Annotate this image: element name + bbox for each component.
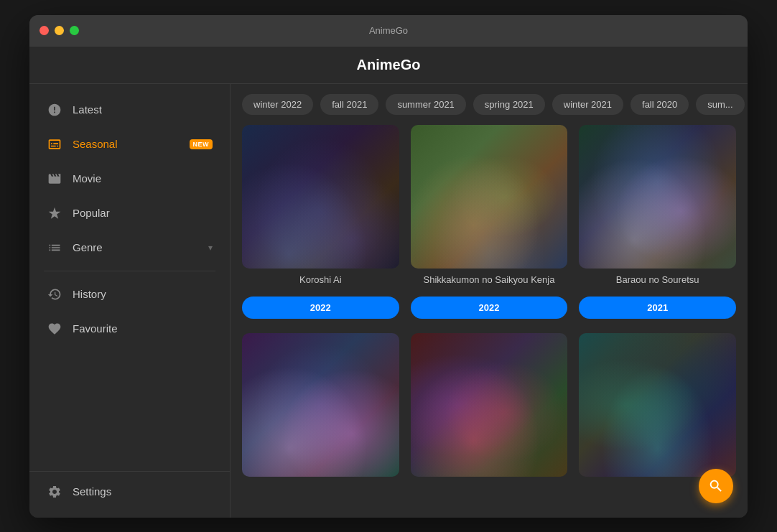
year-badge-1: 2022 bbox=[242, 297, 399, 319]
anime-card-baraou[interactable]: Baraou no Souretsu bbox=[579, 125, 736, 285]
anime-art-6 bbox=[579, 333, 736, 477]
history-icon bbox=[47, 286, 62, 302]
popular-icon bbox=[47, 205, 62, 221]
sidebar-item-genre-label: Genre bbox=[73, 241, 198, 253]
anime-art-5 bbox=[411, 333, 568, 477]
settings-icon bbox=[47, 484, 62, 500]
anime-card-img-shikkakumon bbox=[411, 125, 568, 269]
anime-card-img-5 bbox=[411, 333, 568, 477]
season-tab-winter2021[interactable]: winter 2021 bbox=[552, 94, 623, 115]
sidebar-item-settings[interactable]: Settings bbox=[29, 475, 230, 509]
nav-section: Latest Seasonal NEW Movie bbox=[29, 93, 230, 471]
sidebar-item-latest[interactable]: Latest bbox=[29, 93, 230, 127]
sidebar-item-genre[interactable]: Genre ▾ bbox=[29, 230, 230, 265]
season-tabs: winter 2022 fall 2021 summer 2021 spring… bbox=[231, 84, 748, 125]
anime-title-shikkakumon: Shikkakumon no Saikyou Kenja bbox=[411, 274, 568, 285]
close-button[interactable] bbox=[39, 26, 49, 35]
season-tab-fall2021[interactable]: fall 2021 bbox=[320, 94, 378, 115]
new-icon bbox=[47, 136, 62, 152]
anime-card-img-koroshi bbox=[242, 125, 399, 269]
sidebar-item-popular-label: Popular bbox=[73, 207, 213, 219]
year-badge-2: 2022 bbox=[411, 297, 568, 319]
anime-art-baraou bbox=[579, 125, 736, 269]
anime-card-shikkakumon[interactable]: Shikkakumon no Saikyou Kenja bbox=[411, 125, 568, 285]
sidebar-item-favourite[interactable]: Favourite bbox=[29, 312, 230, 346]
sidebar-item-seasonal-label: Seasonal bbox=[73, 138, 180, 150]
anime-title-baraou: Baraou no Souretsu bbox=[579, 274, 736, 285]
sidebar-item-history[interactable]: History bbox=[29, 277, 230, 312]
app-title: AnimeGo bbox=[39, 57, 738, 73]
season-tab-fall2020[interactable]: fall 2020 bbox=[631, 94, 689, 115]
anime-card-6[interactable] bbox=[579, 333, 736, 477]
heart-icon bbox=[47, 321, 62, 337]
content: winter 2022 fall 2021 summer 2021 spring… bbox=[231, 84, 748, 518]
season-tab-winter2022[interactable]: winter 2022 bbox=[242, 94, 313, 115]
genre-icon bbox=[47, 240, 62, 256]
search-fab-button[interactable] bbox=[699, 469, 733, 503]
new-badge: NEW bbox=[190, 139, 213, 149]
app-header: AnimeGo bbox=[29, 47, 748, 84]
content-wrapper: winter 2022 fall 2021 summer 2021 spring… bbox=[231, 84, 748, 518]
anime-card-img-6 bbox=[579, 333, 736, 477]
sidebar-item-popular[interactable]: Popular bbox=[29, 196, 230, 230]
sidebar-item-seasonal[interactable]: Seasonal NEW bbox=[29, 127, 230, 162]
traffic-lights bbox=[39, 26, 79, 35]
titlebar: AnimeGo bbox=[29, 15, 748, 47]
anime-card-img-baraou bbox=[579, 125, 736, 269]
sidebar-item-movie-label: Movie bbox=[73, 172, 213, 185]
chevron-down-icon: ▾ bbox=[208, 243, 213, 253]
titlebar-title: AnimeGo bbox=[369, 25, 408, 36]
app-window: AnimeGo AnimeGo Latest bbox=[29, 15, 748, 518]
anime-title-koroshi: Koroshi Ai bbox=[242, 274, 399, 285]
anime-art-koroshi bbox=[242, 125, 399, 269]
season-tab-spring2021[interactable]: spring 2021 bbox=[473, 94, 545, 115]
sidebar-item-favourite-label: Favourite bbox=[73, 322, 213, 335]
main-layout: Latest Seasonal NEW Movie bbox=[29, 84, 748, 518]
nav-divider bbox=[44, 271, 215, 271]
sidebar-item-movie[interactable]: Movie bbox=[29, 162, 230, 196]
anime-card-4[interactable] bbox=[242, 333, 399, 477]
sidebar-item-settings-label: Settings bbox=[73, 485, 213, 498]
anime-card-koroshi[interactable]: Koroshi Ai bbox=[242, 125, 399, 285]
sidebar-item-history-label: History bbox=[73, 288, 213, 300]
anime-art-shikkakumon bbox=[411, 125, 568, 269]
anime-card-img-4 bbox=[242, 333, 399, 477]
season-tab-summer2021[interactable]: summer 2021 bbox=[386, 94, 465, 115]
minimize-button[interactable] bbox=[55, 26, 64, 35]
alert-icon bbox=[47, 102, 62, 118]
year-badge-3: 2021 bbox=[579, 297, 736, 319]
anime-grid: Koroshi Ai Shikkakumon no Saikyou Kenja bbox=[231, 125, 748, 518]
maximize-button[interactable] bbox=[70, 26, 79, 35]
season-tab-sum[interactable]: sum... bbox=[696, 94, 744, 115]
sidebar-settings: Settings bbox=[29, 471, 230, 509]
anime-art-4 bbox=[242, 333, 399, 477]
sidebar-item-latest-label: Latest bbox=[73, 103, 213, 116]
anime-card-5[interactable] bbox=[411, 333, 568, 477]
search-icon bbox=[708, 478, 724, 494]
sidebar: Latest Seasonal NEW Movie bbox=[29, 84, 231, 518]
movie-icon bbox=[47, 171, 62, 187]
